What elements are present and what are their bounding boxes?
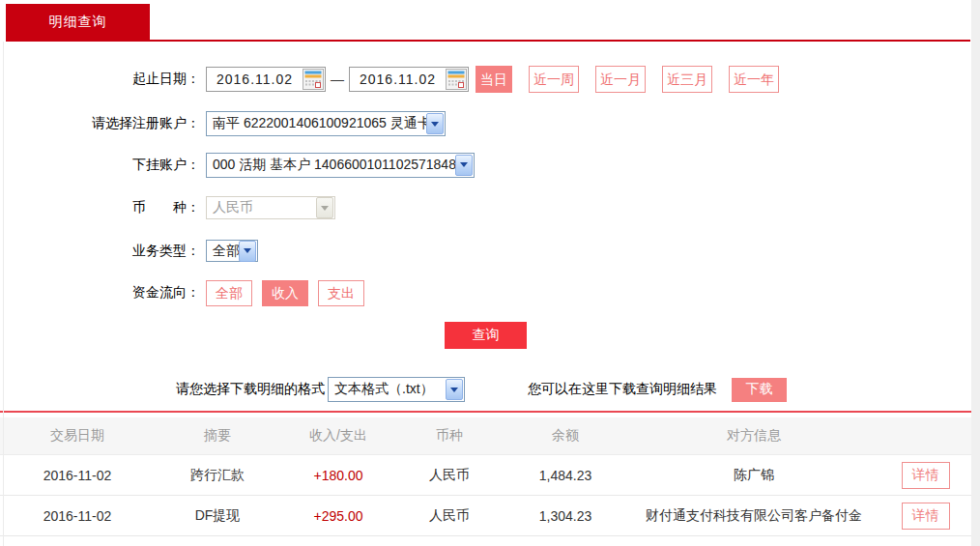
table-top-divider	[0, 411, 971, 413]
cell-counterparty: 陈广锦	[628, 467, 879, 484]
query-button-row: 查询	[0, 322, 971, 349]
header-currency: 币种	[396, 427, 503, 445]
query-button[interactable]: 查询	[445, 322, 527, 349]
currency-select: 人民币	[206, 196, 335, 219]
cell-amount: +295.00	[280, 508, 396, 524]
fund-flow-expense-button[interactable]: 支出	[318, 280, 364, 306]
cell-currency: 人民币	[396, 507, 503, 525]
date-range-separator: —	[331, 72, 344, 87]
fund-flow-row: 资金流向： 全部 收入 支出	[0, 280, 971, 305]
download-row: 请您选择下载明细的格式 文本格式（.txt） 您可以在这里下载查询明细结果 下载	[176, 377, 971, 402]
cell-balance: 1,304.23	[503, 508, 628, 524]
quick-range-year-button[interactable]: 近一年	[729, 66, 779, 93]
detail-button[interactable]: 详情	[902, 462, 950, 489]
end-date-input[interactable]: 2016.11.02	[349, 67, 469, 92]
sub-account-value: 000 活期 基本户 1406600101102571848	[207, 157, 455, 174]
start-date-value: 2016.11.02	[207, 72, 303, 87]
fund-flow-income-button[interactable]: 收入	[262, 280, 308, 306]
query-form: 起止日期： 2016.11.02 —	[0, 0, 971, 402]
detail-query-page: 明细查询 起止日期： 2016.11.02	[0, 0, 971, 536]
business-type-label: 业务类型：	[0, 243, 206, 260]
currency-value: 人民币	[207, 199, 316, 216]
download-format-label: 请您选择下载明细的格式	[176, 381, 325, 398]
tab-underline	[6, 40, 970, 42]
header-date: 交易日期	[0, 427, 155, 445]
header-amount: 收入/支出	[280, 427, 396, 445]
chevron-down-icon[interactable]	[455, 155, 473, 176]
business-type-row: 业务类型： 全部	[0, 240, 971, 262]
cell-date: 2016-11-02	[0, 468, 155, 483]
download-hint: 您可以在这里下载查询明细结果	[528, 381, 717, 398]
cell-summary: DF提现	[155, 507, 280, 525]
table-row: 2016-11-02 跨行汇款 +180.00 人民币 1,484.23 陈广锦…	[0, 455, 971, 496]
quick-range-3months-button[interactable]: 近三月	[662, 66, 712, 93]
cell-currency: 人民币	[396, 467, 503, 484]
date-range-row: 起止日期： 2016.11.02 —	[0, 66, 971, 93]
header-balance: 余额	[503, 427, 628, 445]
cell-date: 2016-11-02	[0, 508, 155, 524]
cell-balance: 1,484.23	[503, 468, 628, 483]
sub-account-label: 下挂账户：	[0, 157, 206, 174]
registered-account-value: 南平 6222001406100921065 灵通卡	[207, 115, 426, 132]
fund-flow-label: 资金流向：	[0, 284, 206, 302]
business-type-select[interactable]: 全部	[206, 240, 258, 262]
end-date-value: 2016.11.02	[350, 72, 446, 87]
currency-label: 币 种：	[0, 199, 206, 216]
tab-detail-query[interactable]: 明细查询	[6, 4, 150, 40]
start-date-input[interactable]: 2016.11.02	[206, 67, 326, 92]
cell-counterparty: 财付通支付科技有限公司客户备付金	[628, 507, 879, 525]
table-row: 2016-11-02 DF提现 +295.00 人民币 1,304.23 财付通…	[0, 496, 971, 536]
download-format-value: 文本格式（.txt）	[329, 381, 446, 398]
header-summary: 摘要	[155, 427, 280, 445]
registered-account-select[interactable]: 南平 6222001406100921065 灵通卡	[206, 111, 446, 136]
currency-row: 币 种： 人民币	[0, 196, 971, 219]
download-button[interactable]: 下载	[732, 378, 787, 402]
header-counterparty: 对方信息	[628, 427, 879, 445]
quick-range-today-button[interactable]: 当日	[476, 66, 512, 93]
page-left-border	[3, 42, 4, 546]
fund-flow-all-button[interactable]: 全部	[206, 280, 252, 306]
download-format-select[interactable]: 文本格式（.txt）	[328, 377, 465, 402]
sub-account-select[interactable]: 000 活期 基本户 1406600101102571848	[206, 153, 475, 178]
table-header: 交易日期 摘要 收入/支出 币种 余额 对方信息	[0, 417, 971, 455]
registered-account-label: 请选择注册账户：	[0, 115, 206, 132]
quick-range-month-button[interactable]: 近一月	[595, 66, 646, 93]
business-type-value: 全部	[207, 243, 239, 260]
detail-button[interactable]: 详情	[902, 503, 950, 530]
registered-account-row: 请选择注册账户： 南平 6222001406100921065 灵通卡	[0, 111, 971, 136]
cell-amount: +180.00	[280, 468, 396, 483]
sub-account-row: 下挂账户： 000 活期 基本户 1406600101102571848	[0, 153, 971, 177]
quick-range-week-button[interactable]: 近一周	[529, 66, 579, 93]
calendar-icon[interactable]	[446, 69, 467, 90]
cell-summary: 跨行汇款	[155, 467, 280, 484]
page-right-gutter	[971, 0, 980, 546]
date-range-label: 起止日期：	[0, 71, 206, 88]
chevron-down-icon[interactable]	[426, 113, 444, 134]
calendar-icon[interactable]	[303, 69, 324, 90]
chevron-down-icon[interactable]	[446, 379, 463, 400]
chevron-down-icon	[316, 197, 333, 218]
chevron-down-icon[interactable]	[239, 241, 256, 262]
